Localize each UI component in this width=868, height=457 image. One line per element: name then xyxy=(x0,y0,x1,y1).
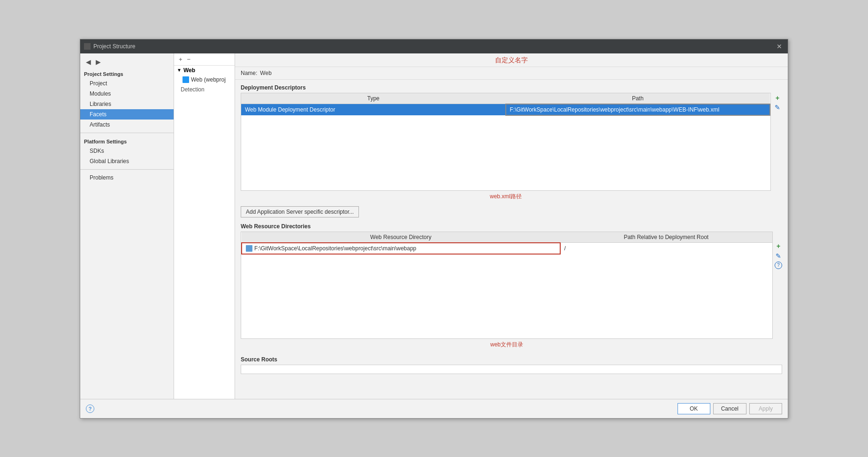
name-row: Name: Web xyxy=(235,67,788,80)
nav-back-button[interactable]: ◀ xyxy=(84,57,93,67)
ok-button[interactable]: OK xyxy=(678,403,710,414)
close-button[interactable]: ✕ xyxy=(775,43,784,50)
web-resource-table-container: Web Resource Directory Path Relative to … xyxy=(241,232,773,339)
platform-settings-label: Platform Settings xyxy=(80,136,174,146)
col-dir-header: Web Resource Directory xyxy=(242,232,560,243)
project-settings-label: Project Settings xyxy=(80,68,174,78)
descriptor-edit-button[interactable]: ✎ xyxy=(774,103,781,112)
web-resource-title: Web Resource Directories xyxy=(241,223,782,230)
descriptor-empty-row xyxy=(241,115,770,190)
web-resource-side-actions: + ✎ ? xyxy=(775,232,782,269)
descriptor-table-container: Type Path Web Module Deployment Descript… xyxy=(241,93,771,191)
deployment-descriptors-title: Deployment Descriptors xyxy=(241,84,782,91)
sidebar-item-modules[interactable]: Modules xyxy=(80,89,174,99)
dialog-footer: ? OK Cancel Apply xyxy=(80,399,788,418)
table-row[interactable]: Web Module Deployment Descriptor F:\GitW… xyxy=(241,104,770,115)
content-area: Deployment Descriptors Type Path xyxy=(235,80,788,399)
col-relpath-header: Path Relative to Deployment Root xyxy=(560,232,772,243)
webres-help-button[interactable]: ? xyxy=(775,262,782,269)
web-facet-icon xyxy=(183,76,189,83)
descriptor-add-button[interactable]: + xyxy=(774,94,781,102)
project-structure-dialog: Project Structure ✕ ◀ ▶ Project Settings… xyxy=(80,39,788,419)
sidebar-item-facets[interactable]: Facets xyxy=(80,109,174,120)
chevron-down-icon: ▼ xyxy=(177,67,182,73)
web-resource-dir-cell: F:\GitWorkSpace\LocalRepositories\webpro… xyxy=(242,243,560,254)
xml-path-annotation: web.xml路径 xyxy=(241,191,771,202)
sidebar-item-sdks[interactable]: SDKs xyxy=(80,146,174,156)
web-resource-row[interactable]: F:\GitWorkSpace\LocalRepositories\webpro… xyxy=(242,243,772,254)
tree-panel: + − ▼ Web Web (webproj Detection xyxy=(174,53,235,399)
webres-add-button[interactable]: + xyxy=(775,242,782,250)
webres-edit-button[interactable]: ✎ xyxy=(775,252,782,260)
tree-remove-button[interactable]: − xyxy=(185,55,193,63)
nav-forward-button[interactable]: ▶ xyxy=(94,57,103,67)
add-server-descriptor-button[interactable]: Add Application Server specific descript… xyxy=(241,206,359,217)
source-roots-table-container xyxy=(241,365,782,374)
sidebar-divider-2 xyxy=(80,169,174,170)
tree-toolbar: + − xyxy=(174,53,235,66)
dir-cell-content: F:\GitWorkSpace\LocalRepositories\webpro… xyxy=(246,245,556,252)
col-type-header: Type xyxy=(241,93,506,104)
folder-icon xyxy=(246,245,252,252)
web-dir-annotation: web文件目录 xyxy=(241,339,773,351)
source-roots-title: Source Roots xyxy=(241,356,782,363)
name-value: Web xyxy=(260,70,271,76)
tree-add-button[interactable]: + xyxy=(177,55,184,63)
custom-title-bar: 自定义名字 xyxy=(235,53,788,67)
tree-root-item[interactable]: ▼ Web xyxy=(174,66,235,75)
main-content: 自定义名字 Name: Web Deployment Descriptors xyxy=(235,53,788,399)
web-resource-relpath-cell: / xyxy=(560,243,772,254)
dialog-body: ◀ ▶ Project Settings Project Modules Lib… xyxy=(80,53,788,399)
sidebar-divider xyxy=(80,133,174,133)
sidebar-item-project[interactable]: Project xyxy=(80,78,174,89)
descriptor-side-actions: + ✎ xyxy=(773,93,782,112)
title-bar-left: Project Structure xyxy=(84,43,135,50)
web-resource-outer: Web Resource Directory Path Relative to … xyxy=(241,232,782,351)
web-resource-table: Web Resource Directory Path Relative to … xyxy=(241,232,772,338)
deployment-descriptors-section: Type Path Web Module Deployment Descript… xyxy=(241,93,782,202)
nav-buttons: ◀ ▶ xyxy=(80,55,174,68)
apply-button[interactable]: Apply xyxy=(749,403,782,414)
dialog-title: Project Structure xyxy=(93,43,135,50)
tree-child-item[interactable]: Web (webproj xyxy=(174,75,235,84)
sidebar-item-artifacts[interactable]: Artifacts xyxy=(80,120,174,130)
sidebar-item-problems[interactable]: Problems xyxy=(80,172,174,183)
name-label: Name: xyxy=(241,70,257,76)
sidebar: ◀ ▶ Project Settings Project Modules Lib… xyxy=(80,53,174,399)
custom-title: 自定义名字 xyxy=(495,56,528,64)
sidebar-item-global-libraries[interactable]: Global Libraries xyxy=(80,156,174,166)
descriptor-path-cell: F:\GitWorkSpace\LocalRepositories\webpro… xyxy=(506,104,770,115)
title-bar: Project Structure ✕ xyxy=(80,39,788,53)
tree-detection-item[interactable]: Detection xyxy=(174,84,235,95)
cancel-button[interactable]: Cancel xyxy=(713,403,746,414)
help-button[interactable]: ? xyxy=(86,405,94,413)
web-resource-section: Web Resource Directories Web Resource Di… xyxy=(241,223,782,351)
app-icon xyxy=(84,43,91,50)
descriptor-type-cell: Web Module Deployment Descriptor xyxy=(241,104,506,115)
descriptor-table: Type Path Web Module Deployment Descript… xyxy=(241,93,770,190)
web-resource-empty-row xyxy=(242,254,772,338)
col-path-header: Path xyxy=(506,93,770,104)
sidebar-item-libraries[interactable]: Libraries xyxy=(80,99,174,109)
source-roots-section: Source Roots xyxy=(241,356,782,374)
